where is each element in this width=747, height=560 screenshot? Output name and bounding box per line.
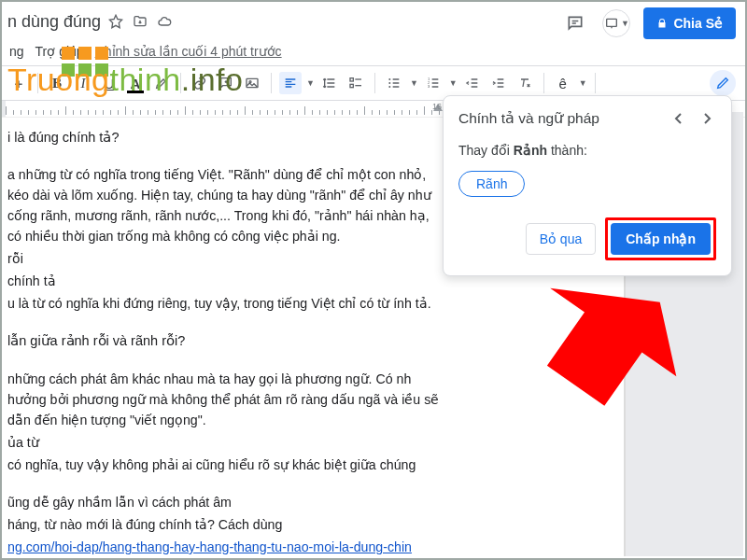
paragraph: ũng dễ gây nhầm lẫn vì cách phát âm	[7, 492, 442, 512]
change-text: Thay đổi Rảnh thành:	[458, 143, 716, 158]
heading-1: i là đúng chính tả?	[7, 127, 442, 147]
paragraph: háng, từ nào mới là đúng chính tả? Cách …	[7, 514, 442, 535]
bulleted-list-button[interactable]	[383, 72, 405, 94]
move-folder-icon[interactable]	[133, 14, 148, 29]
line: chính tả	[7, 271, 442, 291]
lock-icon	[656, 18, 668, 29]
svg-rect-0	[607, 19, 617, 26]
accept-button[interactable]: Chấp nhận	[611, 223, 711, 255]
star-icon[interactable]	[108, 14, 123, 29]
svg-point-6	[388, 82, 390, 84]
watermark-logo: Truongthinh.info	[7, 62, 243, 98]
paragraph: u là từ có nghĩa khi đứng riêng, tuy vậy…	[7, 293, 442, 314]
ruler-label: 16	[432, 102, 442, 111]
increase-indent-button[interactable]	[487, 72, 510, 94]
ignore-button[interactable]: Bỏ qua	[526, 223, 597, 255]
separator	[271, 73, 272, 93]
paragraph: những cách phát âm khác nhau mà ta hay g…	[7, 369, 442, 430]
numbered-list-button[interactable]: 123	[422, 72, 444, 94]
title-icons	[108, 14, 172, 29]
header-actions: ▼ Chia Sẻ	[561, 7, 736, 39]
numbered-dropdown-icon[interactable]: ▼	[448, 78, 458, 88]
align-dropdown-icon[interactable]: ▼	[305, 78, 315, 88]
checklist-button[interactable]	[345, 72, 367, 94]
svg-point-7	[388, 86, 390, 88]
prev-suggestion-icon[interactable]	[669, 109, 688, 128]
line: ủa từ	[7, 432, 442, 453]
line-spacing-button[interactable]	[318, 72, 341, 94]
separator	[374, 73, 375, 93]
input-tools-dropdown-icon[interactable]: ▼	[578, 78, 587, 88]
accept-highlight: Chấp nhận	[605, 217, 716, 260]
document-title[interactable]: n dùng đúng	[7, 12, 108, 32]
suggestion-pill[interactable]: Rãnh	[458, 171, 525, 197]
menubar: ng Trợ giúp Chỉnh sửa lần cuối 4 phút tr…	[2, 41, 745, 62]
comment-history-icon[interactable]	[561, 9, 589, 37]
svg-point-5	[388, 78, 390, 80]
separator	[595, 73, 596, 93]
heading-2: lẫn giữa rảnh rỗi và rãnh rỗi?	[7, 330, 442, 351]
panel-title: Chính tả và ngữ pháp	[458, 110, 599, 127]
share-button[interactable]: Chia Sẻ	[643, 7, 736, 39]
insert-image-icon[interactable]	[241, 72, 263, 94]
cloud-status-icon[interactable]	[157, 14, 172, 29]
spelling-grammar-panel: Chính tả và ngữ pháp Thay đổi Rảnh thành…	[443, 95, 732, 276]
paragraph: a những từ có nghĩa trong tiếng Việt. "R…	[7, 164, 442, 246]
svg-rect-4	[350, 84, 353, 87]
share-label: Chia Sẻ	[673, 16, 723, 31]
separator	[543, 73, 544, 93]
svg-rect-3	[350, 78, 353, 81]
present-icon[interactable]: ▼	[602, 9, 630, 37]
decrease-indent-button[interactable]	[461, 72, 484, 94]
menu-item-ng[interactable]: ng	[9, 44, 24, 59]
align-left-button[interactable]	[279, 72, 302, 94]
paragraph: có nghĩa, tuy vậy không phải ai cũng hiể…	[7, 455, 442, 475]
next-suggestion-icon[interactable]	[698, 109, 716, 128]
input-tools-button[interactable]: ê	[552, 72, 574, 94]
hyperlink[interactable]: ng.com/hoi-dap/hang-thang-hay-hang-thang…	[7, 539, 412, 554]
last-edit-link[interactable]: Chỉnh sửa lần cuối 4 phút trước	[95, 44, 282, 59]
bullet-dropdown-icon[interactable]: ▼	[409, 78, 418, 88]
svg-text:3: 3	[428, 84, 430, 89]
clear-formatting-button[interactable]	[514, 72, 536, 94]
editing-mode-button[interactable]	[710, 70, 736, 96]
line: rỗi	[7, 248, 442, 269]
